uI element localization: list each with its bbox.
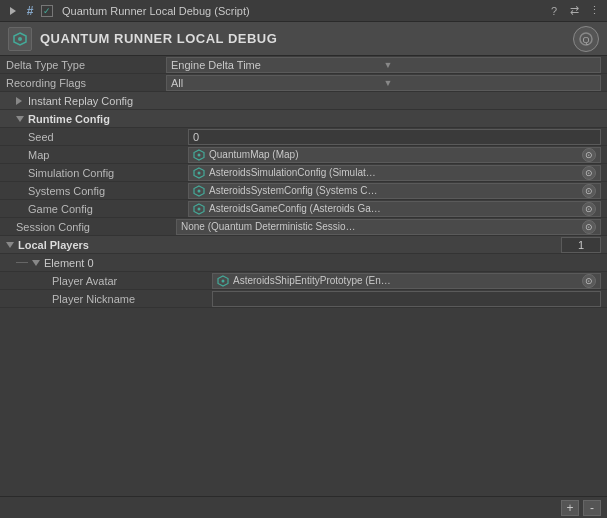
recording-flags-label: Recording Flags	[6, 77, 166, 89]
select-object-button[interactable]: ⊙	[582, 202, 596, 216]
component-icon	[8, 27, 32, 51]
instant-replay-section[interactable]: Instant Replay Config	[0, 92, 607, 110]
delta-type-label: Delta Type Type	[6, 59, 166, 71]
checkbox-icon[interactable]: ✓	[40, 4, 54, 18]
delta-type-value: Engine Delta Time ▼	[166, 57, 601, 73]
element-0-label: Element 0	[44, 257, 94, 269]
session-config-field[interactable]: None (Quantum Deterministic Sessio… ⊙	[176, 219, 601, 235]
overflow-icon[interactable]: ⋮	[587, 4, 601, 18]
element-0-header[interactable]: Element 0	[0, 254, 607, 272]
delta-type-row: Delta Type Type Engine Delta Time ▼	[0, 56, 607, 74]
systems-config-name: AsteroidsSystemConfig (Systems C…	[209, 185, 578, 196]
recording-flags-row: Recording Flags All ▼	[0, 74, 607, 92]
map-row: Map QuantumMap (Map) ⊙	[0, 146, 607, 164]
player-nickname-input[interactable]	[212, 291, 601, 307]
session-config-name: None (Quantum Deterministic Sessio…	[181, 221, 578, 232]
bottom-toolbar: + -	[0, 496, 607, 518]
player-avatar-value: AsteroidsShipEntityPrototype (En… ⊙	[212, 273, 601, 289]
player-nickname-value	[212, 291, 601, 307]
select-object-button[interactable]: ⊙	[582, 166, 596, 180]
collapse-icon	[32, 260, 40, 266]
delta-type-dropdown[interactable]: Engine Delta Time ▼	[166, 57, 601, 73]
select-object-button[interactable]: ⊙	[582, 148, 596, 162]
component-title: QUANTUM RUNNER LOCAL DEBUG	[40, 31, 565, 46]
component-badge: Q	[573, 26, 599, 52]
session-config-value: None (Quantum Deterministic Sessio… ⊙	[176, 219, 601, 235]
map-value: QuantumMap (Map) ⊙	[188, 147, 601, 163]
seed-label: Seed	[28, 131, 188, 143]
simulation-config-field[interactable]: AsteroidsSimulationConfig (Simulat… ⊙	[188, 165, 601, 181]
game-config-value: AsteroidsGameConfig (Asteroids Ga… ⊙	[188, 201, 601, 217]
delta-type-selected: Engine Delta Time	[171, 59, 384, 71]
spacer	[0, 308, 607, 338]
select-object-button[interactable]: ⊙	[582, 274, 596, 288]
player-avatar-field[interactable]: AsteroidsShipEntityPrototype (En… ⊙	[212, 273, 601, 289]
title-bar: # ✓ Quantum Runner Local Debug (Script) …	[0, 0, 607, 22]
game-config-label: Game Config	[28, 203, 188, 215]
svg-point-7	[198, 171, 201, 174]
seed-value	[188, 129, 601, 145]
window-title: Quantum Runner Local Debug (Script)	[62, 5, 250, 17]
recording-flags-selected: All	[171, 77, 384, 89]
chevron-down-icon: ▼	[384, 78, 597, 88]
title-bar-icons: # ✓	[6, 4, 54, 18]
svg-point-5	[198, 153, 201, 156]
runtime-config-label: Runtime Config	[28, 113, 110, 125]
local-players-section[interactable]: Local Players 1	[0, 236, 607, 254]
player-avatar-name: AsteroidsShipEntityPrototype (En…	[233, 275, 578, 286]
game-config-field[interactable]: AsteroidsGameConfig (Asteroids Ga… ⊙	[188, 201, 601, 217]
session-config-label: Session Config	[16, 221, 176, 233]
svg-point-13	[222, 279, 225, 282]
add-button[interactable]: +	[561, 500, 579, 516]
quantum-asset-icon	[193, 149, 205, 161]
map-object-field[interactable]: QuantumMap (Map) ⊙	[188, 147, 601, 163]
systems-config-row: Systems Config AsteroidsSystemConfig (Sy…	[0, 182, 607, 200]
instant-replay-label: Instant Replay Config	[28, 95, 133, 107]
player-nickname-label: Player Nickname	[52, 293, 212, 305]
session-config-row: Session Config None (Quantum Determinist…	[0, 218, 607, 236]
settings-icon[interactable]: ⇄	[567, 4, 581, 18]
chevron-down-icon: ▼	[384, 60, 597, 70]
map-label: Map	[28, 149, 188, 161]
player-avatar-label: Player Avatar	[52, 275, 212, 287]
systems-config-field[interactable]: AsteroidsSystemConfig (Systems C… ⊙	[188, 183, 601, 199]
quantum-asset-icon	[193, 203, 205, 215]
game-config-row: Game Config AsteroidsGameConfig (Asteroi…	[0, 200, 607, 218]
select-object-button[interactable]: ⊙	[582, 184, 596, 198]
title-bar-controls: ? ⇄ ⋮	[547, 4, 601, 18]
help-icon[interactable]: ?	[547, 4, 561, 18]
collapse-icon	[6, 242, 14, 248]
seed-row: Seed	[0, 128, 607, 146]
simulation-config-label: Simulation Config	[28, 167, 188, 179]
map-object-name: QuantumMap (Map)	[209, 149, 578, 160]
recording-flags-dropdown[interactable]: All ▼	[166, 75, 601, 91]
component-header: QUANTUM RUNNER LOCAL DEBUG Q	[0, 22, 607, 56]
recording-flags-value: All ▼	[166, 75, 601, 91]
collapse-icon	[16, 116, 24, 122]
local-players-label: Local Players	[18, 239, 89, 251]
svg-point-9	[198, 189, 201, 192]
quantum-asset-icon	[193, 185, 205, 197]
game-config-name: AsteroidsGameConfig (Asteroids Ga…	[209, 203, 578, 214]
player-nickname-row: Player Nickname	[0, 290, 607, 308]
systems-config-value: AsteroidsSystemConfig (Systems C… ⊙	[188, 183, 601, 199]
quantum-asset-icon	[217, 275, 229, 287]
triangle-icon[interactable]	[6, 4, 20, 18]
remove-button[interactable]: -	[583, 500, 601, 516]
simulation-config-name: AsteroidsSimulationConfig (Simulat…	[209, 167, 578, 178]
svg-point-1	[18, 37, 22, 41]
select-object-button[interactable]: ⊙	[582, 220, 596, 234]
hash-icon: #	[23, 4, 37, 18]
seed-input[interactable]	[188, 129, 601, 145]
simulation-config-value: AsteroidsSimulationConfig (Simulat… ⊙	[188, 165, 601, 181]
inspector-content: Delta Type Type Engine Delta Time ▼ Reco…	[0, 56, 607, 518]
collapse-icon	[16, 97, 22, 105]
player-avatar-row: Player Avatar AsteroidsShipEntityPrototy…	[0, 272, 607, 290]
simulation-config-row: Simulation Config AsteroidsSimulationCon…	[0, 164, 607, 182]
svg-point-11	[198, 207, 201, 210]
quantum-asset-icon	[193, 167, 205, 179]
dash-icon	[16, 262, 28, 263]
runtime-config-section[interactable]: Runtime Config	[0, 110, 607, 128]
local-players-count[interactable]: 1	[561, 237, 601, 253]
systems-config-label: Systems Config	[28, 185, 188, 197]
